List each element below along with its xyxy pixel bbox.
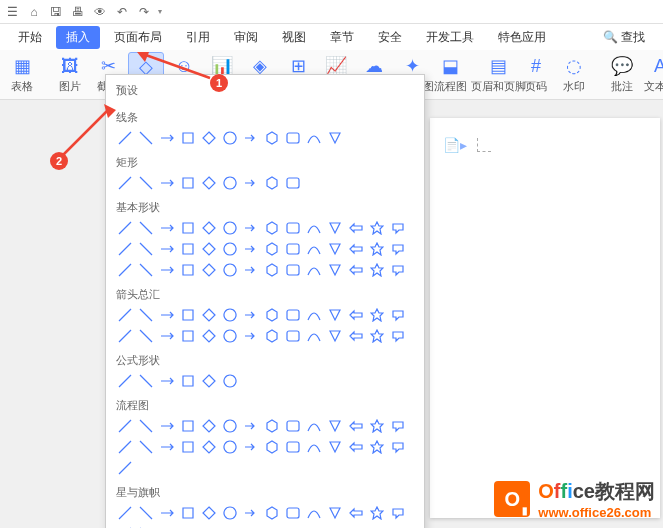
shape-option[interactable] [137,327,155,345]
shape-option[interactable] [263,438,281,456]
shape-option[interactable] [284,129,302,147]
menu-start[interactable]: 开始 [8,26,52,49]
print-icon[interactable]: 🖶 [70,4,86,20]
shape-option[interactable] [368,327,386,345]
shape-option[interactable] [389,219,407,237]
shape-option[interactable] [305,504,323,522]
menu-special[interactable]: 特色应用 [488,26,556,49]
shape-option[interactable] [242,261,260,279]
shape-option[interactable] [263,174,281,192]
shape-option[interactable] [263,129,281,147]
shape-option[interactable] [284,327,302,345]
ribbon-pagenum[interactable]: #页码 [518,52,554,96]
menu-icon[interactable]: ☰ [4,4,20,20]
ribbon-image[interactable]: 🖼图片 [52,52,88,96]
shape-option[interactable] [284,306,302,324]
shape-option[interactable] [389,417,407,435]
shape-option[interactable] [326,438,344,456]
shape-option[interactable] [200,438,218,456]
shape-option[interactable] [158,327,176,345]
shape-option[interactable] [326,504,344,522]
shape-option[interactable] [389,306,407,324]
shape-option[interactable] [284,261,302,279]
document-page[interactable] [430,118,660,518]
shape-option[interactable] [158,504,176,522]
shape-option[interactable] [305,219,323,237]
shape-option[interactable] [326,306,344,324]
shape-option[interactable] [221,174,239,192]
shape-option[interactable] [347,327,365,345]
menu-references[interactable]: 引用 [176,26,220,49]
shape-option[interactable] [137,240,155,258]
shape-option[interactable] [305,417,323,435]
shape-option[interactable] [368,240,386,258]
shape-option[interactable] [263,240,281,258]
shape-option[interactable] [200,504,218,522]
shape-option[interactable] [158,306,176,324]
shape-option[interactable] [242,417,260,435]
shape-option[interactable] [221,327,239,345]
shape-option[interactable] [137,261,155,279]
shape-option[interactable] [242,504,260,522]
shape-option[interactable] [221,240,239,258]
shape-option[interactable] [368,219,386,237]
shape-option[interactable] [116,261,134,279]
shape-option[interactable] [137,504,155,522]
shape-option[interactable] [221,504,239,522]
shape-option[interactable] [179,174,197,192]
menu-devtools[interactable]: 开发工具 [416,26,484,49]
shape-option[interactable] [116,438,134,456]
shape-option[interactable] [242,240,260,258]
shape-option[interactable] [242,174,260,192]
shape-option[interactable] [242,306,260,324]
shape-option[interactable] [116,372,134,390]
undo-icon[interactable]: ↶ [114,4,130,20]
shape-option[interactable] [368,261,386,279]
shape-option[interactable] [284,219,302,237]
ribbon-flowchart[interactable]: ⬓流程图 [432,52,468,96]
shape-option[interactable] [347,306,365,324]
shape-option[interactable] [326,129,344,147]
shape-option[interactable] [347,417,365,435]
shape-option[interactable] [179,372,197,390]
shape-option[interactable] [179,219,197,237]
shape-option[interactable] [158,261,176,279]
ribbon-textbox[interactable]: A文本框 [642,52,663,96]
redo-icon[interactable]: ↷ [136,4,152,20]
shape-option[interactable] [137,372,155,390]
shape-option[interactable] [389,240,407,258]
shape-option[interactable] [158,417,176,435]
shape-option[interactable] [242,219,260,237]
shape-option[interactable] [116,174,134,192]
shape-option[interactable] [116,129,134,147]
shape-option[interactable] [200,129,218,147]
shape-option[interactable] [137,306,155,324]
ribbon-comment[interactable]: 💬批注 [604,52,640,96]
shape-option[interactable] [179,438,197,456]
shape-option[interactable] [305,306,323,324]
shape-option[interactable] [200,417,218,435]
menu-chapter[interactable]: 章节 [320,26,364,49]
shape-option[interactable] [221,417,239,435]
shape-option[interactable] [263,327,281,345]
shape-option[interactable] [305,438,323,456]
shape-option[interactable] [158,438,176,456]
shape-option[interactable] [158,219,176,237]
shape-option[interactable] [326,327,344,345]
ribbon-watermark[interactable]: ◌水印 [556,52,592,96]
shape-option[interactable] [116,504,134,522]
shape-option[interactable] [116,219,134,237]
shape-option[interactable] [116,240,134,258]
shape-option[interactable] [368,438,386,456]
shape-option[interactable] [221,261,239,279]
shape-option[interactable] [116,459,134,477]
shape-option[interactable] [347,240,365,258]
qat-more-icon[interactable]: ▾ [158,7,162,16]
shape-option[interactable] [263,261,281,279]
menu-view[interactable]: 视图 [272,26,316,49]
shape-option[interactable] [368,417,386,435]
shape-option[interactable] [158,174,176,192]
shape-option[interactable] [200,174,218,192]
shape-option[interactable] [305,327,323,345]
shape-option[interactable] [305,261,323,279]
